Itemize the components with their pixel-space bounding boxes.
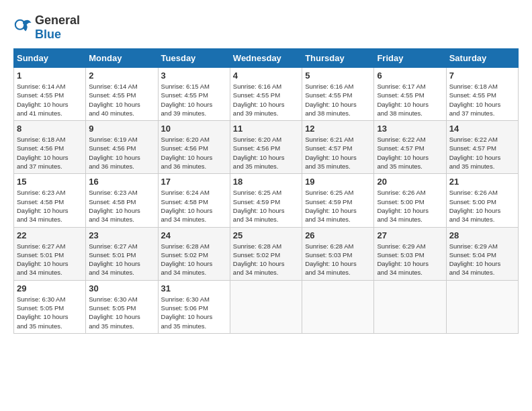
day-number: 1 — [17, 71, 83, 81]
day-info: Sunrise: 6:16 AM Sunset: 4:55 PM Dayligh… — [233, 82, 299, 118]
weekday-header-row: SundayMondayTuesdayWednesdayThursdayFrid… — [14, 49, 519, 68]
day-info: Sunrise: 6:18 AM Sunset: 4:56 PM Dayligh… — [17, 135, 83, 171]
logo-icon — [13, 18, 32, 37]
day-info: Sunrise: 6:23 AM Sunset: 4:58 PM Dayligh… — [89, 188, 154, 224]
day-info: Sunrise: 6:30 AM Sunset: 5:06 PM Dayligh… — [161, 295, 227, 330]
day-info: Sunrise: 6:26 AM Sunset: 5:00 PM Dayligh… — [377, 188, 443, 224]
day-number: 30 — [89, 283, 154, 293]
day-info: Sunrise: 6:29 AM Sunset: 5:03 PM Dayligh… — [377, 242, 443, 277]
day-number: 13 — [377, 124, 443, 134]
day-info: Sunrise: 6:28 AM Sunset: 5:03 PM Dayligh… — [305, 242, 371, 277]
calendar-cell: 4Sunrise: 6:16 AM Sunset: 4:55 PM Daylig… — [230, 68, 302, 121]
weekday-header-saturday: Saturday — [446, 49, 518, 68]
day-info: Sunrise: 6:27 AM Sunset: 5:01 PM Dayligh… — [17, 242, 83, 277]
calendar-cell: 20Sunrise: 6:26 AM Sunset: 5:00 PM Dayli… — [374, 174, 446, 227]
day-info: Sunrise: 6:20 AM Sunset: 4:56 PM Dayligh… — [161, 135, 227, 171]
logo-blue: Blue — [35, 28, 61, 41]
day-number: 26 — [305, 230, 371, 240]
day-info: Sunrise: 6:30 AM Sunset: 5:05 PM Dayligh… — [17, 295, 83, 330]
day-info: Sunrise: 6:22 AM Sunset: 4:57 PM Dayligh… — [449, 135, 515, 171]
day-number: 21 — [449, 177, 515, 187]
calendar-week-1: 1Sunrise: 6:14 AM Sunset: 4:55 PM Daylig… — [14, 68, 519, 121]
calendar-cell: 10Sunrise: 6:20 AM Sunset: 4:56 PM Dayli… — [158, 121, 230, 174]
day-number: 28 — [449, 230, 515, 240]
calendar-cell: 11Sunrise: 6:20 AM Sunset: 4:56 PM Dayli… — [230, 121, 302, 174]
calendar-cell: 5Sunrise: 6:16 AM Sunset: 4:55 PM Daylig… — [302, 68, 374, 121]
day-number: 27 — [377, 230, 443, 240]
day-number: 5 — [305, 71, 371, 81]
day-info: Sunrise: 6:22 AM Sunset: 4:57 PM Dayligh… — [377, 135, 443, 171]
day-number: 15 — [17, 177, 83, 187]
day-number: 2 — [89, 71, 154, 81]
day-number: 29 — [17, 283, 83, 293]
calendar-cell: 21Sunrise: 6:26 AM Sunset: 5:00 PM Dayli… — [446, 174, 518, 227]
calendar-cell: 2Sunrise: 6:14 AM Sunset: 4:55 PM Daylig… — [86, 68, 158, 121]
calendar-cell — [230, 280, 302, 333]
calendar-cell: 15Sunrise: 6:23 AM Sunset: 4:58 PM Dayli… — [14, 174, 86, 227]
day-number: 14 — [449, 124, 515, 134]
day-number: 22 — [17, 230, 83, 240]
day-number: 3 — [161, 71, 227, 81]
calendar-cell: 1Sunrise: 6:14 AM Sunset: 4:55 PM Daylig… — [14, 68, 86, 121]
day-number: 23 — [89, 230, 154, 240]
day-info: Sunrise: 6:23 AM Sunset: 4:58 PM Dayligh… — [17, 188, 83, 224]
day-number: 12 — [305, 124, 371, 134]
calendar-cell: 18Sunrise: 6:25 AM Sunset: 4:59 PM Dayli… — [230, 174, 302, 227]
day-info: Sunrise: 6:19 AM Sunset: 4:56 PM Dayligh… — [89, 135, 154, 171]
calendar-cell: 19Sunrise: 6:25 AM Sunset: 4:59 PM Dayli… — [302, 174, 374, 227]
day-number: 4 — [233, 71, 299, 81]
calendar-cell: 28Sunrise: 6:29 AM Sunset: 5:04 PM Dayli… — [446, 227, 518, 280]
weekday-header-wednesday: Wednesday — [230, 49, 302, 68]
header: General Blue — [13, 13, 519, 42]
day-number: 7 — [449, 71, 515, 81]
day-info: Sunrise: 6:25 AM Sunset: 4:59 PM Dayligh… — [233, 188, 299, 224]
day-info: Sunrise: 6:20 AM Sunset: 4:56 PM Dayligh… — [233, 135, 299, 171]
logo-general: General — [35, 13, 80, 27]
day-number: 18 — [233, 177, 299, 187]
calendar-cell: 22Sunrise: 6:27 AM Sunset: 5:01 PM Dayli… — [14, 227, 86, 280]
day-info: Sunrise: 6:24 AM Sunset: 4:58 PM Dayligh… — [161, 188, 227, 224]
day-info: Sunrise: 6:28 AM Sunset: 5:02 PM Dayligh… — [161, 242, 227, 277]
calendar-week-4: 22Sunrise: 6:27 AM Sunset: 5:01 PM Dayli… — [14, 227, 519, 280]
logo: General Blue — [13, 13, 80, 42]
day-info: Sunrise: 6:27 AM Sunset: 5:01 PM Dayligh… — [89, 242, 154, 277]
calendar-cell: 31Sunrise: 6:30 AM Sunset: 5:06 PM Dayli… — [158, 280, 230, 333]
day-number: 20 — [377, 177, 443, 187]
calendar-cell: 27Sunrise: 6:29 AM Sunset: 5:03 PM Dayli… — [374, 227, 446, 280]
day-number: 10 — [161, 124, 227, 134]
day-number: 19 — [305, 177, 371, 187]
calendar-cell: 30Sunrise: 6:30 AM Sunset: 5:05 PM Dayli… — [86, 280, 158, 333]
weekday-header-monday: Monday — [86, 49, 158, 68]
day-info: Sunrise: 6:30 AM Sunset: 5:05 PM Dayligh… — [89, 295, 154, 330]
day-info: Sunrise: 6:25 AM Sunset: 4:59 PM Dayligh… — [305, 188, 371, 224]
calendar-cell: 25Sunrise: 6:28 AM Sunset: 5:02 PM Dayli… — [230, 227, 302, 280]
calendar-cell: 29Sunrise: 6:30 AM Sunset: 5:05 PM Dayli… — [14, 280, 86, 333]
day-info: Sunrise: 6:14 AM Sunset: 4:55 PM Dayligh… — [89, 82, 154, 118]
calendar-week-2: 8Sunrise: 6:18 AM Sunset: 4:56 PM Daylig… — [14, 121, 519, 174]
calendar-cell: 6Sunrise: 6:17 AM Sunset: 4:55 PM Daylig… — [374, 68, 446, 121]
calendar-cell: 12Sunrise: 6:21 AM Sunset: 4:57 PM Dayli… — [302, 121, 374, 174]
weekday-header-tuesday: Tuesday — [158, 49, 230, 68]
calendar-cell: 9Sunrise: 6:19 AM Sunset: 4:56 PM Daylig… — [86, 121, 158, 174]
day-number: 31 — [161, 283, 227, 293]
day-number: 25 — [233, 230, 299, 240]
day-info: Sunrise: 6:28 AM Sunset: 5:02 PM Dayligh… — [233, 242, 299, 277]
calendar-cell: 8Sunrise: 6:18 AM Sunset: 4:56 PM Daylig… — [14, 121, 86, 174]
calendar-cell: 17Sunrise: 6:24 AM Sunset: 4:58 PM Dayli… — [158, 174, 230, 227]
weekday-header-thursday: Thursday — [302, 49, 374, 68]
day-number: 11 — [233, 124, 299, 134]
calendar-cell: 26Sunrise: 6:28 AM Sunset: 5:03 PM Dayli… — [302, 227, 374, 280]
day-info: Sunrise: 6:14 AM Sunset: 4:55 PM Dayligh… — [17, 82, 83, 118]
day-info: Sunrise: 6:18 AM Sunset: 4:55 PM Dayligh… — [449, 82, 515, 118]
calendar-cell: 23Sunrise: 6:27 AM Sunset: 5:01 PM Dayli… — [86, 227, 158, 280]
day-info: Sunrise: 6:26 AM Sunset: 5:00 PM Dayligh… — [449, 188, 515, 224]
calendar-cell: 16Sunrise: 6:23 AM Sunset: 4:58 PM Dayli… — [86, 174, 158, 227]
weekday-header-friday: Friday — [374, 49, 446, 68]
day-info: Sunrise: 6:17 AM Sunset: 4:55 PM Dayligh… — [377, 82, 443, 118]
day-number: 16 — [89, 177, 154, 187]
calendar-week-5: 29Sunrise: 6:30 AM Sunset: 5:05 PM Dayli… — [14, 280, 519, 333]
day-number: 24 — [161, 230, 227, 240]
calendar-cell: 14Sunrise: 6:22 AM Sunset: 4:57 PM Dayli… — [446, 121, 518, 174]
calendar-cell — [374, 280, 446, 333]
day-info: Sunrise: 6:29 AM Sunset: 5:04 PM Dayligh… — [449, 242, 515, 277]
